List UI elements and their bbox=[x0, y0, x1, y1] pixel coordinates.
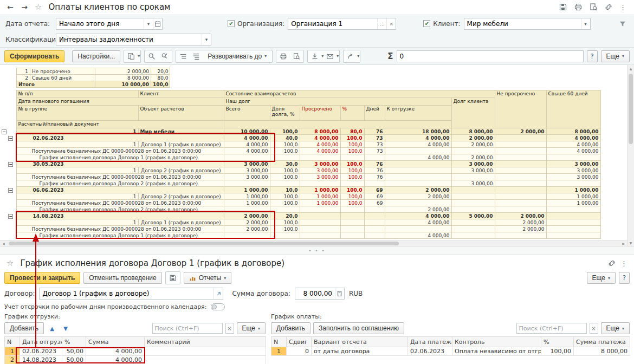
horizontal-scrollbar[interactable]: ◀ ▶ bbox=[0, 240, 627, 246]
link-icon[interactable] bbox=[604, 3, 613, 11]
report-cell[interactable]: 14.08.2023 bbox=[16, 213, 224, 219]
report-cell[interactable]: 100,0 bbox=[340, 141, 364, 148]
report-cell[interactable]: 3 000,00 bbox=[224, 174, 270, 180]
report-cell[interactable]: 2 000,00 bbox=[451, 141, 495, 148]
column-header[interactable]: N bbox=[271, 337, 287, 347]
report-cell[interactable] bbox=[300, 232, 340, 239]
report-cell[interactable]: График исполнения договора Договор 2 (гр… bbox=[16, 206, 224, 213]
report-cell[interactable]: 76 bbox=[364, 128, 385, 135]
chevron-down-icon[interactable]: ▾ bbox=[202, 34, 211, 45]
collapse-group-icon[interactable]: − bbox=[8, 162, 13, 167]
report-cell[interactable]: 1 000,00 bbox=[300, 200, 340, 206]
table-cell[interactable]: 100,00 bbox=[541, 347, 574, 356]
report-cell[interactable]: 1 bbox=[16, 128, 138, 135]
scroll-right-icon[interactable]: ▶ bbox=[622, 242, 625, 245]
report-cell[interactable] bbox=[495, 200, 546, 206]
report-cell[interactable] bbox=[495, 141, 546, 148]
payment-search-input[interactable] bbox=[516, 323, 587, 334]
report-cell[interactable]: 1 000,00 bbox=[224, 187, 270, 193]
more-menu-icon[interactable]: ⋮ bbox=[619, 3, 626, 11]
report-cell[interactable] bbox=[385, 226, 451, 232]
row-number-cell[interactable]: 1 bbox=[5, 347, 20, 356]
window-splitter[interactable]: • • • bbox=[0, 246, 634, 255]
report-cell[interactable] bbox=[224, 232, 270, 239]
report-cell[interactable]: 4 000,00 bbox=[385, 135, 451, 141]
chevron-down-icon[interactable]: ▾ bbox=[581, 18, 590, 29]
horizontal-scroll-thumb[interactable] bbox=[9, 242, 399, 245]
column-header[interactable]: Вариант отсчета bbox=[312, 337, 408, 347]
link-icon[interactable] bbox=[607, 259, 616, 268]
clear-search-icon[interactable]: × bbox=[590, 323, 598, 334]
report-cell[interactable]: 4 000,00 bbox=[385, 219, 451, 226]
report-cell[interactable]: 100,0 bbox=[270, 167, 300, 174]
report-cell[interactable] bbox=[451, 200, 495, 206]
report-cell[interactable]: График исполнения договора Договор 2 (гр… bbox=[16, 180, 224, 187]
chevron-down-icon[interactable]: ▾ bbox=[144, 18, 153, 29]
column-header[interactable]: Сумма платежа bbox=[574, 337, 630, 347]
report-cell[interactable]: 100,0 bbox=[340, 161, 364, 167]
report-cell[interactable]: Поступление безналичных ДС 0000-000028 о… bbox=[16, 200, 224, 206]
report-cell[interactable]: 2 000,00 bbox=[495, 213, 546, 219]
report-cell[interactable]: 4 000,00 bbox=[385, 154, 451, 161]
report-cell[interactable] bbox=[340, 180, 364, 187]
get-link-icon[interactable] bbox=[344, 50, 357, 62]
report-cell[interactable] bbox=[495, 135, 546, 141]
report-cell[interactable] bbox=[300, 180, 340, 187]
report-cell[interactable] bbox=[385, 161, 451, 167]
print-preview-icon[interactable] bbox=[290, 50, 303, 62]
report-cell[interactable]: 3 000,00 bbox=[451, 167, 495, 174]
report-cell[interactable]: 100,0 bbox=[270, 219, 300, 226]
report-cell[interactable]: 5 000,00 bbox=[451, 213, 495, 219]
summary-cell[interactable]: Свыше 60 дней bbox=[30, 75, 95, 81]
table-cell[interactable]: 02.06.2023 bbox=[20, 347, 62, 356]
report-cell[interactable]: 20,0 bbox=[270, 213, 300, 219]
report-cell[interactable]: 1 000,00 bbox=[546, 187, 600, 193]
export-icon[interactable] bbox=[308, 50, 321, 62]
report-cell[interactable]: 100,0 bbox=[270, 148, 300, 154]
report-cell[interactable] bbox=[385, 200, 451, 206]
summary-cell[interactable]: 1 bbox=[17, 68, 30, 75]
report-cell[interactable]: 2 000,00 bbox=[451, 135, 495, 141]
report-cell[interactable]: 3 000,00 bbox=[224, 167, 270, 174]
report-cell[interactable] bbox=[340, 232, 364, 239]
report-cell[interactable] bbox=[270, 206, 300, 213]
column-header[interactable]: Дата отгрузки bbox=[20, 337, 62, 347]
table-cell[interactable]: 4 000,00 bbox=[86, 347, 145, 356]
report-cell[interactable]: Договор 1 (график в договоре) bbox=[138, 219, 224, 226]
report-cell[interactable] bbox=[495, 148, 546, 154]
report-variants-icon[interactable] bbox=[125, 50, 138, 62]
report-cell[interactable]: 76 bbox=[364, 161, 385, 167]
table-cell[interactable]: 8 000,00 bbox=[574, 347, 630, 356]
report-cell[interactable]: 100,0 bbox=[340, 148, 364, 154]
report-cell[interactable]: 69 bbox=[364, 187, 385, 193]
report-cell[interactable]: 02.06.2023 bbox=[16, 135, 224, 141]
move-up-icon[interactable]: ▲ bbox=[47, 323, 57, 334]
report-cell[interactable] bbox=[224, 154, 270, 161]
clear-search-icon[interactable]: × bbox=[225, 323, 234, 334]
report-cell[interactable] bbox=[451, 193, 495, 200]
report-cell[interactable]: 1 bbox=[16, 167, 138, 174]
report-cell[interactable]: 76 bbox=[364, 167, 385, 174]
more-button[interactable]: Еще▾ bbox=[601, 50, 630, 62]
column-header[interactable]: N bbox=[5, 337, 20, 347]
report-cell[interactable] bbox=[364, 219, 385, 226]
report-cell[interactable]: 100,0 bbox=[270, 200, 300, 206]
report-cell[interactable]: 4 000,00 bbox=[224, 148, 270, 154]
collapse-group-icon[interactable]: − bbox=[8, 188, 13, 193]
report-cell[interactable]: 2 000,00 bbox=[451, 154, 495, 161]
report-cell[interactable]: 76 bbox=[364, 174, 385, 180]
report-cell[interactable]: 1 bbox=[16, 193, 138, 200]
filter-icon[interactable] bbox=[619, 20, 626, 28]
forward-button[interactable]: → bbox=[18, 2, 30, 12]
report-cell[interactable] bbox=[495, 167, 546, 174]
report-cell[interactable]: 2 000,00 bbox=[224, 213, 270, 219]
more-menu-icon[interactable]: ⋮ bbox=[620, 259, 627, 268]
report-cell[interactable]: 4 000,00 bbox=[385, 213, 451, 219]
report-cell[interactable]: 100,0 bbox=[270, 226, 300, 232]
report-cell[interactable]: 1 000,00 bbox=[224, 193, 270, 200]
summary-cell[interactable]: Не просрочено bbox=[30, 68, 95, 75]
report-cell[interactable]: 4 000,00 bbox=[385, 141, 451, 148]
report-cell[interactable]: 3 000,00 bbox=[451, 161, 495, 167]
open-icon[interactable] bbox=[214, 288, 223, 299]
summary-cell[interactable]: Итого bbox=[17, 81, 95, 88]
